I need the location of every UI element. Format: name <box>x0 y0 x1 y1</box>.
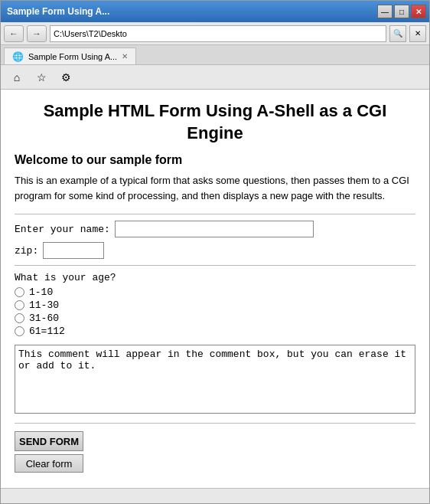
title-bar: Sample Form Using A... — □ ✕ <box>1 1 429 22</box>
back-button[interactable]: ← <box>4 25 24 42</box>
tab-bar: 🌐 Sample Form Using A... ✕ <box>1 45 429 65</box>
name-input[interactable] <box>115 221 314 237</box>
age-label-3: 31-60 <box>29 313 59 324</box>
tab-label: Sample Form Using A... <box>28 52 117 61</box>
page-area[interactable]: Sample HTML Form Using A-Shell as a CGI … <box>1 90 429 488</box>
radio-11-30[interactable] <box>15 300 24 310</box>
age-label-1: 1-10 <box>29 286 53 298</box>
window-title: Sample Form Using A... <box>4 6 109 17</box>
age-option-1: 1-10 <box>15 286 415 298</box>
status-bar <box>1 488 429 503</box>
radio-31-60[interactable] <box>15 313 24 323</box>
age-label-2: 11-30 <box>29 299 59 311</box>
button-row: SEND FORM Clear form <box>15 431 415 473</box>
age-radio-group: 1-10 11-30 31-60 61=112 <box>15 286 415 337</box>
send-form-button[interactable]: SEND FORM <box>15 431 83 451</box>
tab-close-icon[interactable]: ✕ <box>122 52 128 61</box>
address-bar: ← → 🔍 ✕ <box>1 22 429 45</box>
home-icon[interactable]: ⌂ <box>7 68 27 87</box>
clear-form-button[interactable]: Clear form <box>15 454 83 473</box>
page-content: Sample HTML Form Using A-Shell as a CGI … <box>1 90 429 488</box>
divider-1 <box>15 214 415 214</box>
age-option-3: 31-60 <box>15 313 415 324</box>
intro-text: This is an example of a typical form tha… <box>15 173 415 203</box>
search-icon[interactable]: 🔍 <box>389 25 406 42</box>
star-icon[interactable]: ☆ <box>31 68 51 87</box>
divider-3 <box>15 423 415 424</box>
minimize-button[interactable]: — <box>377 5 393 18</box>
name-label: Enter your name: <box>15 224 110 235</box>
zip-row: zip: <box>15 242 415 259</box>
active-tab[interactable]: 🌐 Sample Form Using A... ✕ <box>4 47 136 64</box>
radio-61-112[interactable] <box>15 326 24 336</box>
age-option-2: 11-30 <box>15 299 415 311</box>
name-row: Enter your name: <box>15 221 415 237</box>
zip-input[interactable] <box>43 242 104 259</box>
divider-2 <box>15 265 415 266</box>
forward-button[interactable]: → <box>27 25 47 42</box>
close-button[interactable]: ✕ <box>411 5 426 18</box>
address-input[interactable] <box>50 25 386 42</box>
age-question: What is your age? <box>15 272 415 283</box>
page-title: Sample HTML Form Using A-Shell as a CGI … <box>15 100 415 144</box>
browser-window: Sample Form Using A... — □ ✕ ← → 🔍 ✕ 🌐 S… <box>0 0 430 504</box>
toolbar: ⌂ ☆ ⚙ <box>1 65 429 90</box>
comment-textarea[interactable]: This comment will appear in the comment … <box>15 345 415 414</box>
tab-favicon: 🌐 <box>12 51 24 62</box>
welcome-heading: Welcome to our sample form <box>15 153 415 167</box>
age-label-4: 61=112 <box>29 326 65 337</box>
zip-label: zip: <box>15 245 38 257</box>
age-option-4: 61=112 <box>15 326 415 337</box>
gear-icon[interactable]: ⚙ <box>56 68 76 87</box>
maximize-button[interactable]: □ <box>394 5 409 18</box>
close-address-icon[interactable]: ✕ <box>409 25 426 42</box>
radio-1-10[interactable] <box>15 287 24 297</box>
window-controls: — □ ✕ <box>377 5 426 18</box>
